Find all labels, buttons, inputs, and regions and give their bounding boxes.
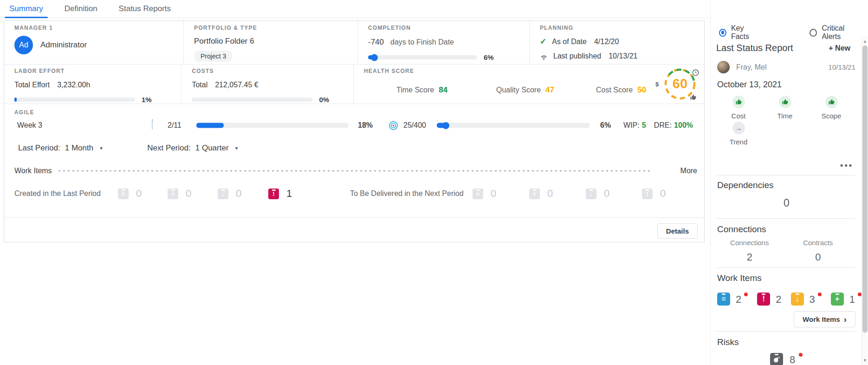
work-item-count: 2: [776, 293, 781, 306]
total-effort-label: Total Effort: [14, 81, 50, 89]
thumb-up-icon: [825, 96, 838, 108]
manager-avatar[interactable]: Ad: [14, 36, 33, 54]
delivered-tasks[interactable]: 0: [529, 188, 553, 200]
critical-alerts-label[interactable]: Critical Alerts: [822, 24, 862, 41]
scope-indicator-label: Scope: [822, 112, 842, 120]
clipboard-lines-icon: [473, 189, 483, 199]
total-effort-value: 3,232.00h: [57, 81, 90, 89]
kpi-row-1: MANAGER 1 Ad Administrator PORTFOLIO & T…: [4, 21, 704, 65]
delivered-count: 0: [660, 188, 666, 200]
report-long-date: October 13, 2021: [717, 80, 782, 90]
new-status-report-link[interactable]: + New: [829, 44, 850, 52]
thumb-up-icon: [690, 94, 696, 102]
thumb-up-icon: [732, 96, 745, 108]
chevron-right-icon: ›: [844, 315, 847, 324]
deliverables-stat[interactable]: 3: [791, 293, 822, 306]
notification-dot: [858, 293, 862, 296]
created-count: 1: [286, 188, 292, 200]
next-period-label: Next Period:: [147, 143, 191, 153]
requirements-stat[interactable]: 2: [717, 293, 748, 306]
scope-indicator: Scope: [808, 96, 855, 120]
details-button[interactable]: Details: [657, 223, 698, 239]
scroll-down-arrow[interactable]: ▼: [862, 358, 868, 363]
created-tasks[interactable]: 0: [168, 188, 191, 200]
clipboard-exclamation-icon: [642, 189, 653, 199]
tab-status-reports[interactable]: Status Reports: [116, 0, 174, 18]
costs-total-value: 212,057.45 €: [215, 81, 258, 89]
as-of-date-label: As of Date: [552, 38, 587, 46]
labor-effort-label: LABOR EFFORT: [14, 68, 173, 74]
health-score-gauge[interactable]: 60 $: [662, 66, 698, 102]
work-item-count: 2: [736, 293, 741, 306]
clipboard-plus-icon: [831, 293, 844, 306]
trend-indicator: → Trend: [715, 122, 762, 146]
portfolio-folder: Portfolio Folder 6: [194, 37, 349, 46]
key-facts-label[interactable]: Key Facts: [731, 24, 761, 41]
created-deliverables[interactable]: 0: [218, 188, 241, 200]
project-type-chip: Project 3: [194, 51, 233, 62]
points-ratio: 25/400: [403, 121, 426, 130]
time-score: Time Score 84: [396, 85, 496, 95]
clipboard-lines-icon: [717, 293, 730, 306]
delivered-issues[interactable]: 0: [642, 188, 666, 200]
scrollbar-thumb[interactable]: [862, 46, 868, 332]
sprint-percent: 18%: [358, 121, 373, 130]
completion-progress-fill: [368, 55, 375, 59]
period-selectors: Last Period: 1 Month ▾ Next Period: 1 Qu…: [4, 136, 704, 160]
health-score-cell: HEALTH SCORE Time Score 84 Quality Score…: [353, 64, 704, 104]
connections-stat-label: Connections: [715, 239, 784, 247]
delivered-requirements[interactable]: 0: [473, 188, 496, 200]
section-divider: [715, 267, 855, 268]
connections-stats: Connections 2 Contracts 0: [715, 239, 852, 263]
sprint-progressbar: [196, 123, 349, 128]
tab-bar: Summary Definition Status Reports: [0, 0, 710, 18]
risks-stat[interactable]: 8: [770, 353, 803, 365]
dre-value: 100%: [674, 121, 693, 129]
tab-summary[interactable]: Summary: [6, 0, 46, 18]
points-percent: 6%: [600, 121, 611, 130]
cost-score-label: Cost Score: [596, 86, 633, 94]
changes-stat[interactable]: 1: [831, 293, 862, 306]
planning-label: PLANNING: [540, 25, 696, 31]
dollar-icon: $: [655, 81, 659, 88]
delivered-deliverables[interactable]: 0: [586, 188, 609, 200]
labor-progressbar: [14, 98, 135, 102]
clipboard-lines-icon: [118, 189, 129, 199]
created-count: 0: [186, 188, 191, 200]
dependencies-title: Dependencies: [717, 180, 773, 190]
next-period-value: 1 Quarter: [195, 143, 229, 153]
more-link[interactable]: More: [680, 167, 697, 175]
quality-score-label: Quality Score: [496, 86, 541, 94]
risk-bomb-icon: [770, 353, 783, 365]
notification-dot: [799, 353, 803, 357]
tab-definition[interactable]: Definition: [62, 0, 100, 18]
issues-stat[interactable]: 2: [757, 293, 781, 306]
work-items-button[interactable]: Work Items ›: [794, 311, 855, 327]
last-period-dropdown[interactable]: Last Period: 1 Month ▾: [18, 143, 103, 153]
clipboard-plus-icon: [529, 189, 540, 199]
next-period-dropdown[interactable]: Next Period: 1 Quarter ▾: [147, 143, 238, 153]
more-options-icon[interactable]: •••: [840, 161, 853, 170]
author-name: Fray, Mel: [736, 63, 829, 72]
arrow-right-icon: →: [732, 122, 745, 134]
clipboard-exclamation-icon: [757, 293, 770, 306]
sidebar-work-items-title: Work Items: [717, 273, 762, 283]
scroll-up-arrow[interactable]: ▲: [862, 39, 868, 44]
cost-indicator: Cost: [715, 96, 762, 120]
created-requirements[interactable]: 0: [118, 188, 142, 200]
health-score-label: HEALTH SCORE: [364, 68, 696, 74]
created-issues[interactable]: 1: [268, 188, 292, 200]
critical-alerts-radio[interactable]: [810, 29, 817, 37]
dre-metric: DRE:100%: [654, 121, 693, 130]
vertical-scrollbar[interactable]: ▲ ▼: [862, 36, 868, 365]
key-facts-radio[interactable]: [719, 29, 726, 37]
check-icon: ✓: [540, 37, 546, 46]
cost-score-value: 50: [637, 85, 646, 95]
agile-section: AGILE Week 3 2/11 18% 25/400 6% WIP:5 DR…: [4, 104, 704, 136]
planning-cell: PLANNING ✓ As of Date 4/12/20 Last publi…: [529, 21, 704, 64]
trend-indicator-label: Trend: [730, 138, 748, 146]
time-score-value: 84: [439, 85, 447, 95]
status-report-author-row[interactable]: Fray, Mel 10/13/21: [717, 61, 855, 73]
labor-progress-fill: [14, 98, 17, 102]
quality-score-value: 47: [545, 85, 554, 95]
